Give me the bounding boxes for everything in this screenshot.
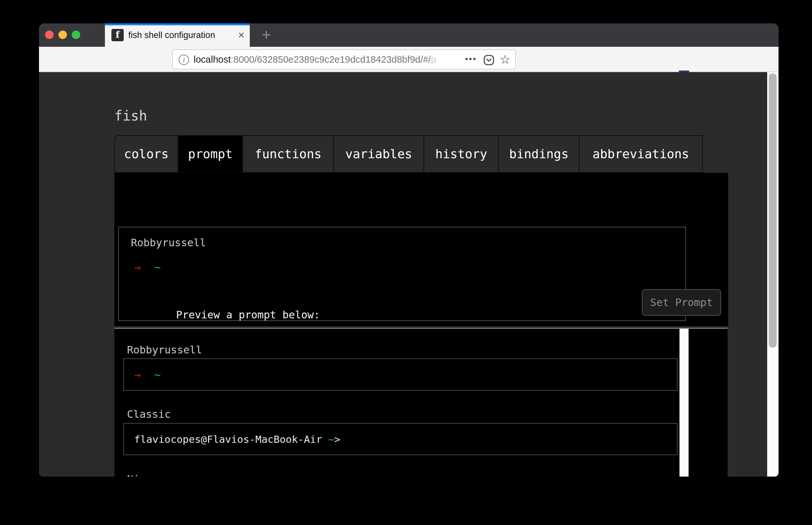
current-prompt-preview: → ~	[134, 260, 161, 273]
preview-list-scrollbar[interactable]	[679, 329, 689, 477]
browser-window: f fish shell configuration × + ← → ⟳ ⌂ i…	[39, 24, 779, 477]
tab-history[interactable]: history	[424, 135, 499, 173]
pocket-icon[interactable]	[482, 54, 495, 66]
url-faded-char: p	[431, 54, 436, 65]
new-tab-button[interactable]: +	[257, 26, 276, 44]
current-prompt-name: Robbyrussell	[131, 237, 206, 249]
tab-bindings[interactable]: bindings	[498, 135, 580, 173]
tab-colors[interactable]: colors	[114, 135, 178, 173]
prompt-preview-text: → ~	[134, 368, 161, 381]
current-prompt-box: Robbyrussell → ~ Set Prompt	[118, 227, 686, 321]
prompt-tab-panel: Robbyrussell → ~ Set Prompt Preview a pr…	[114, 173, 728, 326]
preview-heading: Preview a prompt below:	[176, 309, 320, 321]
prompt-preview-list: Robbyrussell → ~ Classic flaviocopes@Fla…	[114, 329, 727, 477]
url-bar[interactable]: i localhost:8000/632850e2389c9c2e19dcd18…	[172, 49, 516, 70]
page-viewport: fish colors prompt functions variables h…	[39, 72, 767, 477]
browser-toolbar: ← → ⟳ ⌂ i localhost:8000/632850e2389c9c2…	[39, 47, 779, 72]
bookmark-star-icon[interactable]: ☆	[500, 51, 510, 68]
url-host: localhost	[194, 54, 231, 65]
tab-abbreviations[interactable]: abbreviations	[579, 135, 703, 173]
url-path: :8000/632850e2389c9c2e19dcd18423d8bf9d/#…	[231, 54, 431, 65]
fish-favicon-icon: f	[111, 29, 124, 41]
tab-variables[interactable]: variables	[333, 135, 424, 173]
page-scrollbar-thumb[interactable]	[769, 73, 777, 348]
url-text[interactable]: localhost:8000/632850e2389c9c2e19dcd1842…	[194, 50, 436, 69]
preview-item-classic[interactable]: flaviocopes@Flavios-MacBook-Air ~>	[123, 423, 677, 455]
page-actions-icon[interactable]: •••	[465, 50, 477, 69]
site-info-icon[interactable]: i	[179, 55, 189, 65]
tab-title: fish shell configuration	[128, 24, 215, 47]
tab-close-icon[interactable]: ×	[235, 29, 248, 42]
set-prompt-button[interactable]: Set Prompt	[642, 289, 721, 316]
fish-config-tabs: colors prompt functions variables histor…	[114, 135, 703, 173]
tab-prompt[interactable]: prompt	[178, 135, 243, 173]
macos-zoom-button[interactable]	[72, 31, 80, 39]
browser-tab[interactable]: f fish shell configuration ×	[105, 24, 250, 47]
browser-tab-bar: f fish shell configuration × +	[39, 24, 779, 47]
macos-minimize-button[interactable]	[59, 31, 67, 39]
prompt-preview-text: flaviocopes@Flavios-MacBook-Air ~>	[134, 433, 340, 445]
preview-item-name: Nim	[127, 473, 146, 477]
preview-item-name: Robbyrussell	[127, 344, 202, 356]
tab-functions[interactable]: functions	[242, 135, 334, 173]
preview-item-name: Classic	[127, 408, 171, 420]
preview-item-robbyrussell[interactable]: → ~	[123, 358, 677, 391]
page-title: fish	[114, 108, 147, 124]
macos-close-button[interactable]	[45, 31, 53, 39]
page-scrollbar[interactable]	[767, 72, 779, 477]
